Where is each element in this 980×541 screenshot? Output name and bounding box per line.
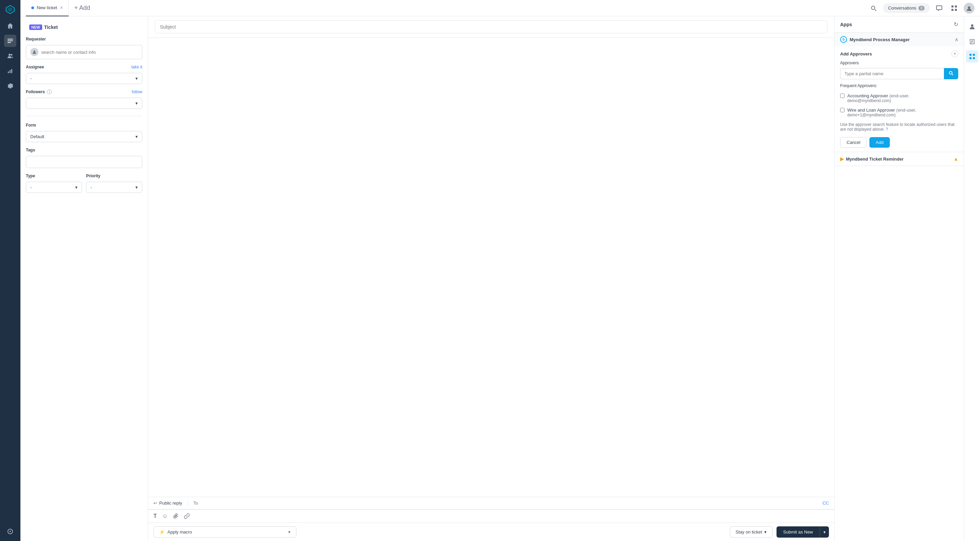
requester-field: Requester [26,37,142,59]
public-reply-button[interactable]: ↩ Public reply [153,501,182,506]
hint-help-icon[interactable]: ? [886,127,888,132]
followers-select[interactable]: ▾ [26,98,142,109]
svg-rect-15 [955,9,957,11]
take-it-link[interactable]: take it [131,65,142,69]
content-wrapper: NEW Ticket Requester Assig [21,16,980,541]
right-user-icon[interactable] [966,21,978,33]
add-approvers-button[interactable]: Add [869,137,889,148]
user-icon [30,48,38,56]
requester-label: Requester [26,37,142,41]
nav-reporting[interactable] [4,65,16,77]
main-area: New ticket × + Add Conversations 0 [21,0,980,541]
logo[interactable] [4,3,16,16]
nav-settings[interactable] [4,80,16,92]
requester-search-input[interactable] [41,50,138,55]
approver-hint: Use the approver search feature to locat… [840,122,958,132]
svg-rect-1 [8,40,13,41]
approver-checkbox-2[interactable] [840,108,845,112]
svg-line-19 [952,74,953,75]
nav-tickets[interactable] [4,35,16,47]
format-attach-button[interactable] [173,514,179,519]
ticket-badge-row: NEW Ticket [26,23,142,31]
refresh-button[interactable]: ↻ [954,21,958,27]
svg-rect-6 [10,70,11,73]
apply-macro-button[interactable]: ⚡ Apply macro ▾ [153,527,296,538]
format-text-button[interactable]: T [153,513,157,519]
requester-input-wrapper[interactable] [26,45,142,59]
process-manager-header[interactable]: ↻ Myndbend Process Manager ∧ [835,33,964,46]
collapse-icon[interactable]: ∧ [955,37,958,42]
approver-type-2-text: (end-user, [896,108,916,113]
followers-label: Followers i follow [26,89,142,94]
reminder-expand-icon: ▶ [840,156,844,162]
approver-info-2: Wire and Loan Approver (end-user, demo+1… [847,107,916,118]
svg-point-3 [8,54,11,56]
right-book-icon[interactable] [966,35,978,48]
left-sidebar: NEW Ticket Requester Assig [21,16,148,541]
stay-on-ticket-button[interactable]: Stay on ticket ▾ [730,527,772,538]
conversations-button[interactable]: Conversations 0 [883,3,930,13]
svg-rect-2 [8,42,11,43]
approver-search-input[interactable] [840,68,944,79]
reply-toolbar: ↩ Public reply To CC [148,497,834,509]
svg-rect-12 [951,5,953,8]
submit-main-label[interactable]: Submit as New [776,527,820,538]
add-approvers-header: Add Approvers × [840,50,958,57]
form-select[interactable]: Default ▾ [26,131,142,142]
add-tab-button[interactable]: + Add [69,0,95,16]
tab-close-button[interactable]: × [60,5,63,11]
type-chevron-icon: ▾ [75,185,78,190]
macro-icon: ⚡ [159,530,165,535]
divider-1 [26,116,142,116]
format-emoji-button[interactable]: ☺ [162,513,168,519]
top-bar: New ticket × + Add Conversations 0 [21,0,980,16]
add-approvers-title: Add Approvers [840,51,872,56]
nav-users[interactable] [4,50,16,62]
cc-button[interactable]: CC [822,501,829,506]
search-button[interactable] [868,3,879,14]
center-panel: ↩ Public reply To CC T ☺ [148,16,834,541]
tags-label: Tags [26,148,142,153]
compose-body[interactable] [148,38,834,497]
nav-rail [0,0,21,541]
top-bar-right: Conversations 0 [868,3,975,14]
assignee-select[interactable]: - ▾ [26,73,142,84]
stay-on-ticket-label: Stay on ticket [736,530,762,535]
right-apps-icon[interactable] [966,50,978,63]
nav-extensions[interactable] [4,525,16,538]
chat-button[interactable] [934,3,945,14]
user-avatar[interactable] [964,3,975,14]
assignee-field: Assignee take it - ▾ [26,65,142,84]
process-manager-section: ↻ Myndbend Process Manager ∧ Add Approve… [835,33,964,152]
submit-button[interactable]: Submit as New ▾ [776,527,829,538]
followers-info-icon[interactable]: i [47,89,52,94]
submit-arrow-button[interactable]: ▾ [820,527,829,538]
close-approvers-button[interactable]: × [951,50,958,57]
svg-point-18 [950,72,952,74]
approver-checkbox-1[interactable] [840,94,845,98]
approver-search-button[interactable] [944,68,958,79]
process-manager-body: Add Approvers × Approvers [835,46,964,152]
cancel-approvers-button[interactable]: Cancel [840,137,867,148]
follow-link[interactable]: follow [132,89,142,94]
approver-actions: Cancel Add [840,137,958,148]
form-label: Form [26,123,142,127]
ticket-reminder-header[interactable]: ▶ Myndbend Ticket Reminder ▲ [835,152,964,166]
type-label: Type [26,173,82,178]
subject-input[interactable] [155,21,827,33]
tab-new-ticket[interactable]: New ticket × [26,0,69,16]
followers-field: Followers i follow ▾ [26,89,142,109]
reminder-icon-right: ▲ [953,156,958,162]
type-priority-row: Type - ▾ Priority - ▾ [26,173,142,193]
ticket-reminder-section: ▶ Myndbend Ticket Reminder ▲ [835,152,964,166]
ticket-badge: NEW Ticket [26,23,61,31]
svg-rect-26 [969,57,972,59]
type-select[interactable]: - ▾ [26,182,82,193]
tags-input[interactable] [26,156,142,168]
search-approver-row [840,68,958,79]
apps-grid-button[interactable] [949,3,959,14]
priority-select[interactable]: - ▾ [86,182,142,193]
format-link-button[interactable] [184,514,189,519]
svg-point-20 [971,24,973,27]
nav-home[interactable] [4,20,16,32]
